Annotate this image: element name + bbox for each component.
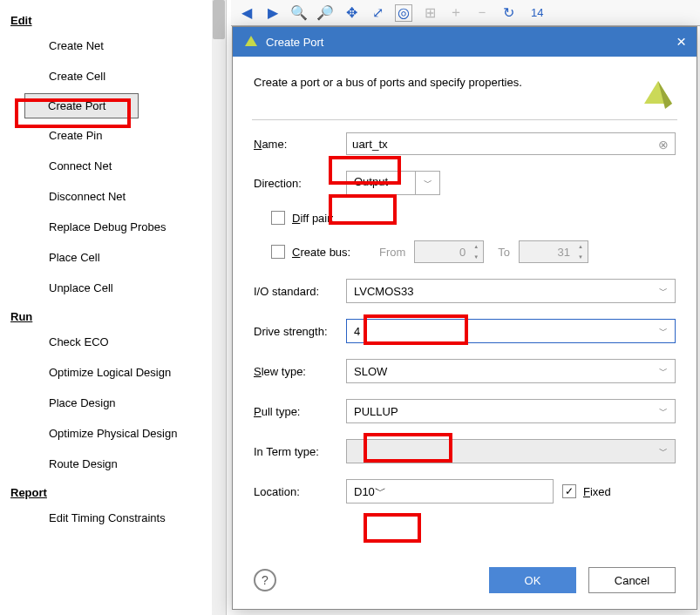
back-icon[interactable]: ◀	[238, 4, 255, 22]
name-input[interactable]	[346, 132, 676, 155]
highlight-location	[364, 513, 421, 543]
io-standard-select[interactable]: LVCMOS33 ﹀	[346, 279, 676, 303]
menu-optimize-physical[interactable]: Optimize Physical Design	[0, 418, 226, 449]
zoom-area-icon[interactable]: ⤢	[369, 4, 386, 22]
separator	[252, 119, 677, 120]
section-header-edit: Edit	[0, 7, 226, 30]
row-io-standard: I/O standard: LVCMOS33 ﹀	[254, 279, 676, 303]
row-drive-strength: Drive strength: 4 ﹀	[254, 319, 676, 343]
menu-edit-timing[interactable]: Edit Timing Constraints	[0, 503, 226, 533]
menu-create-cell[interactable]: Create Cell	[0, 61, 226, 91]
fit-icon[interactable]: ✥	[343, 4, 360, 22]
label-slew-type: Slew type:	[254, 365, 346, 378]
zoom-in-icon[interactable]: 🔍	[290, 4, 308, 22]
label-direction: Direction:	[254, 177, 346, 190]
label-pull-type: Pull type:	[254, 405, 346, 418]
clear-name-icon[interactable]: ⊗	[658, 138, 669, 152]
direction-value: Output	[346, 171, 416, 195]
fixed-checkbox[interactable]: ✓	[562, 484, 576, 498]
svg-marker-0	[245, 36, 257, 46]
dialog-title: Create Port	[266, 36, 323, 49]
row-slew-type: Slew type: SLOW ﹀	[254, 359, 676, 383]
row-location: Location: D10 ﹀ ✓ Fixed	[254, 479, 676, 503]
dialog-description-area: Create a port or a bus of ports and spec…	[233, 57, 697, 119]
label-io-standard: I/O standard:	[254, 285, 346, 298]
menu-connect-net[interactable]: Connect Net	[0, 151, 226, 181]
in-term-type-select: ﹀	[346, 439, 676, 463]
label-in-term-type: In Term type:	[254, 445, 346, 458]
dialog-footer: ? OK Cancel	[254, 567, 676, 593]
top-toolbar: ◀ ▶ 🔍 🔎 ✥ ⤢ ◎ ⊞ ＋ － ↻ 14	[231, 0, 700, 26]
drive-strength-value: 4	[354, 325, 360, 338]
diff-pair-checkbox[interactable]	[271, 211, 285, 225]
label-diff-pair: Diff pair:	[292, 212, 334, 225]
refresh-icon[interactable]: ↻	[500, 4, 517, 22]
section-header-run: Run	[0, 303, 226, 327]
label-to: To	[498, 246, 510, 259]
highlight-create-port	[15, 98, 131, 128]
dialog-title-logo-icon	[243, 34, 259, 50]
chevron-down-icon: ﹀	[659, 405, 668, 417]
label-name: Name:	[254, 138, 346, 151]
to-input[interactable]: 31 ▲▼	[519, 240, 588, 263]
slew-type-value: SLOW	[354, 365, 387, 378]
io-standard-value: LVCMOS33	[354, 285, 413, 298]
menu-route-design[interactable]: Route Design	[0, 449, 226, 479]
help-button[interactable]: ?	[254, 569, 276, 591]
menu-create-net[interactable]: Create Net	[0, 30, 226, 61]
location-value: D10	[354, 485, 375, 498]
chevron-down-icon: ﹀	[375, 483, 386, 499]
plus-icon[interactable]: ＋	[447, 4, 465, 22]
toolbar-number: 14	[531, 6, 543, 19]
chevron-down-icon: ﹀	[659, 445, 668, 457]
menu-unplace-cell[interactable]: Unplace Cell	[0, 273, 226, 303]
slew-type-select[interactable]: SLOW ﹀	[346, 359, 676, 383]
label-location: Location:	[254, 485, 346, 498]
menu-replace-debug-probes[interactable]: Replace Debug Probes	[0, 212, 226, 242]
direction-dropdown[interactable]: Output ﹀	[346, 171, 440, 195]
chevron-down-icon: ﹀	[659, 285, 668, 297]
sidebar: Edit Create Net Create Cell Create Port …	[0, 0, 227, 615]
ok-button[interactable]: OK	[489, 567, 576, 593]
row-pull-type: Pull type: PULLUP ﹀	[254, 399, 676, 423]
pull-type-value: PULLUP	[354, 405, 398, 418]
section-header-report: Report	[0, 479, 226, 503]
zoom-out-icon[interactable]: 🔎	[316, 4, 334, 22]
menu-check-eco[interactable]: Check ECO	[0, 327, 226, 357]
close-icon[interactable]: ×	[676, 32, 686, 51]
label-drive-strength: Drive strength:	[254, 325, 346, 338]
menu-place-design[interactable]: Place Design	[0, 388, 226, 418]
row-direction: Direction: Output ﹀	[254, 171, 676, 195]
chevron-down-icon: ﹀	[659, 325, 668, 337]
from-spinner[interactable]: ▲▼	[469, 241, 483, 262]
menu-disconnect-net[interactable]: Disconnect Net	[0, 181, 226, 212]
dialog-form: Name: ⊗ Direction: Output ﹀ Diff pair: C…	[233, 132, 697, 503]
row-diff-pair: Diff pair:	[254, 211, 676, 225]
cancel-button[interactable]: Cancel	[588, 567, 676, 593]
to-spinner[interactable]: ▲▼	[574, 241, 588, 262]
sidebar-scrollbar[interactable]	[212, 0, 226, 615]
tool1-icon[interactable]: ⊞	[421, 4, 438, 22]
row-in-term-type: In Term type: ﹀	[254, 439, 676, 463]
menu-place-cell[interactable]: Place Cell	[0, 242, 226, 273]
minus-icon[interactable]: －	[473, 4, 491, 22]
create-port-dialog: Create Port × Create a port or a bus of …	[232, 26, 697, 610]
dialog-description-text: Create a port or a bus of ports and spec…	[254, 76, 641, 89]
row-name: Name: ⊗	[254, 132, 676, 155]
menu-optimize-logical[interactable]: Optimize Logical Design	[0, 357, 226, 388]
forward-icon[interactable]: ▶	[264, 4, 282, 22]
target-icon[interactable]: ◎	[395, 4, 412, 22]
create-bus-checkbox[interactable]	[271, 245, 285, 259]
location-select[interactable]: D10 ﹀	[346, 479, 554, 503]
pull-type-select[interactable]: PULLUP ﹀	[346, 399, 676, 423]
chevron-down-icon[interactable]: ﹀	[416, 171, 440, 195]
row-create-bus: Create bus: From 0 ▲▼ To 31 ▲▼	[254, 240, 676, 263]
label-fixed: Fixed	[583, 485, 611, 498]
scrollbar-thumb[interactable]	[213, 0, 225, 39]
chevron-down-icon: ﹀	[659, 365, 668, 377]
drive-strength-select[interactable]: 4 ﹀	[346, 319, 676, 343]
label-create-bus: Create bus:	[292, 246, 379, 259]
label-from: From	[379, 246, 405, 259]
vendor-logo-icon	[641, 76, 676, 111]
from-input[interactable]: 0 ▲▼	[414, 240, 484, 263]
